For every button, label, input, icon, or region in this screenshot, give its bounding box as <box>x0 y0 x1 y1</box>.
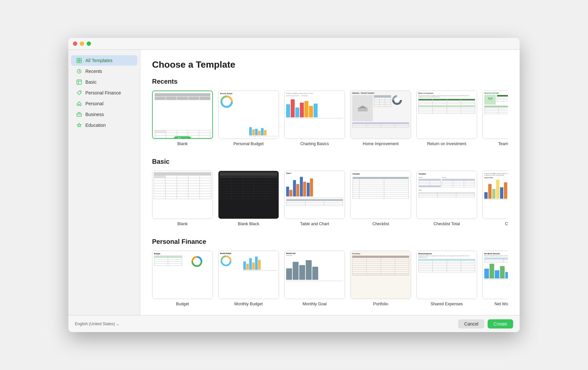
template-thumb-roi[interactable]: Return on Investment Do determine whethe… <box>416 91 477 139</box>
template-label-shared-expenses-pf: Shared Expenses <box>431 302 463 306</box>
template-card-table-and-chart[interactable]: Chart 1 <box>284 171 345 226</box>
grid-icon <box>76 58 82 63</box>
main-content: Choose a Template Recents <box>140 50 520 315</box>
locale-text: English (United States) <box>75 322 115 326</box>
svg-rect-1 <box>79 58 81 60</box>
clock-icon <box>76 68 82 74</box>
sidebar-item-basic[interactable]: Basic <box>71 77 137 87</box>
template-thumb-charting[interactable]: Evaluate and chart company values in a c… <box>482 171 508 219</box>
template-thumb-monthly-budget-pf[interactable]: Monthly Budget <box>218 251 279 299</box>
tag-icon <box>76 90 82 96</box>
template-thumb-shared-expenses-pf[interactable]: Shared Expenses Do determine whether a c… <box>416 251 477 299</box>
sidebar-label-education: Education <box>85 123 106 128</box>
template-card-blank-recent[interactable]: Blank Blank <box>152 91 213 146</box>
titlebar <box>68 38 520 50</box>
template-card-checklist[interactable]: Checklist <box>350 171 411 226</box>
template-card-blank-black[interactable]: Blank Black <box>218 171 279 226</box>
template-label-charting: Charting <box>505 222 508 226</box>
template-label-net-worth-pf: Net Worth Overview <box>494 302 508 306</box>
template-card-budget-pf[interactable]: Budget <box>152 251 213 306</box>
locale-label: English (United States) ⌄ <box>75 322 119 326</box>
template-label-personal-budget: Personal Budget <box>233 142 264 146</box>
cancel-button[interactable]: Cancel <box>458 319 484 328</box>
template-thumb-checklist-total[interactable]: Checklist Results <box>416 171 477 219</box>
sidebar-label-business: Business <box>85 112 104 117</box>
template-label-home-improvement: Home Improvement <box>363 142 399 146</box>
template-card-portfolio-pf[interactable]: Portfolio <box>350 251 411 306</box>
sidebar-item-personal[interactable]: Personal <box>71 98 137 109</box>
svg-rect-15 <box>358 108 368 111</box>
template-thumb-budget-pf[interactable]: Budget <box>152 251 213 299</box>
blank-badge: Blank <box>174 136 191 139</box>
template-thumb-home-improvement[interactable]: REMODEL - PROJECT BUDGET <box>350 91 411 139</box>
template-thumb-portfolio-pf[interactable]: Portfolio <box>350 251 411 299</box>
basic-row: Blank <box>152 171 508 229</box>
create-button[interactable]: Create <box>488 319 513 328</box>
sidebar-label-recents: Recents <box>85 69 102 74</box>
sidebar-item-recents[interactable]: Recents <box>71 66 137 76</box>
svg-rect-5 <box>77 80 81 84</box>
template-label-charting-basics: Charting Basics <box>300 142 329 146</box>
locale-dropdown-icon[interactable]: ⌄ <box>116 322 119 326</box>
svg-point-25 <box>194 259 199 264</box>
personal-finance-row: Budget <box>152 251 508 309</box>
footer: English (United States) ⌄ Cancel Create <box>68 315 520 332</box>
svg-point-18 <box>395 98 399 102</box>
template-label-monthly-budget-pf: Monthly Budget <box>234 302 263 306</box>
sidebar-item-personal-finance[interactable]: Personal Finance <box>71 88 137 98</box>
template-thumb-table-and-chart[interactable]: Chart 1 <box>284 171 345 219</box>
section-title-basic: Basic <box>152 158 508 165</box>
template-thumb-monthly-goal-pf[interactable]: Monthly Goal Total Saved <box>284 251 345 299</box>
template-card-personal-budget[interactable]: Monthly Budget <box>218 91 279 146</box>
sidebar-label-personal-finance: Personal Finance <box>85 90 121 95</box>
template-card-monthly-goal-pf[interactable]: Monthly Goal Total Saved <box>284 251 345 306</box>
template-card-charting-basics[interactable]: Evaluate and chart company values in a c… <box>284 91 345 146</box>
template-label-portfolio-pf: Portfolio <box>373 302 388 306</box>
template-label-checklist-total: Checklist Total <box>434 222 460 226</box>
template-card-charting[interactable]: Evaluate and chart company values in a c… <box>482 171 508 226</box>
template-thumb-charting-basics[interactable]: Evaluate and chart company values in a c… <box>284 91 345 139</box>
star-icon <box>76 122 82 128</box>
sidebar-label-personal: Personal <box>85 101 103 106</box>
template-label-blank-recent: Blank <box>177 142 187 146</box>
template-card-return-on-investment[interactable]: Return on Investment Do determine whethe… <box>416 91 477 146</box>
close-button[interactable] <box>73 42 77 46</box>
sidebar-item-all-templates[interactable]: All Templates <box>71 55 137 66</box>
template-thumb-blank-black[interactable] <box>218 171 279 219</box>
template-label-checklist: Checklist <box>372 222 389 226</box>
maximize-button[interactable] <box>87 42 91 46</box>
briefcase-icon <box>76 111 82 117</box>
svg-point-29 <box>223 258 229 263</box>
svg-rect-2 <box>77 61 79 63</box>
template-card-home-improvement[interactable]: REMODEL - PROJECT BUDGET <box>350 91 411 146</box>
sidebar-label-all-templates: All Templates <box>85 58 112 63</box>
template-card-net-worth-pf[interactable]: Net Worth Overview Evaluate and chart co… <box>482 251 508 306</box>
sidebar-item-education[interactable]: Education <box>71 120 137 130</box>
template-label-table-and-chart: Table and Chart <box>300 222 329 226</box>
template-label-blank-black: Blank Black <box>238 222 259 226</box>
content-area: All Templates Recents <box>68 50 520 315</box>
template-thumb-checklist[interactable]: Checklist <box>350 171 411 219</box>
template-label-blank-basic: Blank <box>177 222 187 226</box>
sidebar-label-basic: Basic <box>85 79 96 85</box>
svg-point-21 <box>491 97 493 99</box>
sidebar-item-business[interactable]: Business <box>71 109 137 120</box>
template-thumb-team[interactable]: WILDCATS SOCCER <box>482 91 508 139</box>
template-card-blank-basic[interactable]: Blank <box>152 171 213 226</box>
template-thumb-blank-basic[interactable] <box>152 171 213 219</box>
template-label-roi: Return on Investment <box>427 142 466 146</box>
minimize-button[interactable] <box>80 42 84 46</box>
sidebar: All Templates Recents <box>68 50 140 315</box>
template-thumb-personal-budget[interactable]: Monthly Budget <box>218 91 279 139</box>
svg-point-14 <box>224 99 230 105</box>
template-card-shared-expenses-pf[interactable]: Shared Expenses Do determine whether a c… <box>416 251 477 306</box>
template-thumb-net-worth-pf[interactable]: Net Worth Overview Evaluate and chart co… <box>482 251 508 299</box>
template-card-monthly-budget-pf[interactable]: Monthly Budget <box>218 251 279 306</box>
svg-point-20 <box>488 97 490 99</box>
section-title-recents: Recents <box>152 78 508 85</box>
template-card-team-organizer[interactable]: WILDCATS SOCCER <box>482 91 508 146</box>
template-thumb-blank-recent[interactable]: Blank <box>152 91 213 139</box>
template-card-checklist-total[interactable]: Checklist Results <box>416 171 477 226</box>
table-icon <box>76 79 82 85</box>
app-window: All Templates Recents <box>68 38 520 332</box>
